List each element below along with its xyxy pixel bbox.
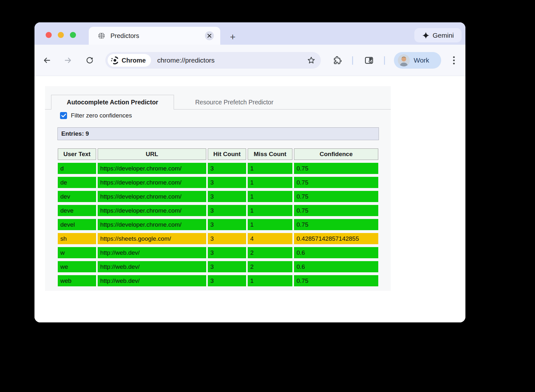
table-cell-miss-count: 1: [248, 219, 292, 230]
table-cell-confidence: 0.75: [294, 275, 378, 286]
table-cell-confidence: 0.6: [294, 247, 378, 258]
entries-count-bar: Entries: 9: [57, 127, 379, 140]
predictors-table: User Text URL Hit Count Miss Count Confi…: [56, 146, 380, 289]
header-miss-count: Miss Count: [248, 148, 292, 160]
sparkle-icon: [422, 32, 430, 39]
table-cell-miss-count: 4: [248, 233, 292, 244]
table-cell-hit-count: 3: [208, 163, 246, 174]
table-cell-miss-count: 1: [248, 191, 292, 202]
address-bar[interactable]: Chrome chrome://predictors: [105, 52, 321, 69]
table-cell-miss-count: 1: [248, 275, 292, 286]
table-cell-confidence: 0.75: [294, 219, 378, 230]
table-cell-miss-count: 1: [248, 163, 292, 174]
close-window-button[interactable]: [46, 32, 52, 38]
extensions-icon[interactable]: [331, 54, 343, 67]
table-cell-hit-count: 3: [208, 275, 246, 286]
inactive-tab-label: Resource Prefetch Predictor: [195, 99, 274, 106]
table-cell-confidence: 0.75: [294, 205, 378, 216]
filter-row: Filter zero confidences: [60, 112, 132, 119]
table-cell-user-text: de: [58, 177, 96, 188]
table-cell-url: https://sheets.google.com/: [98, 233, 206, 244]
back-button[interactable]: [41, 54, 53, 67]
table-cell-hit-count: 3: [208, 205, 246, 216]
gemini-button[interactable]: Gemini: [414, 28, 462, 42]
navigation-toolbar: Chrome chrome://predictors: [34, 45, 465, 76]
table-cell-miss-count: 2: [248, 247, 292, 258]
gemini-label: Gemini: [433, 32, 454, 39]
globe-icon: [98, 32, 105, 40]
table-cell-url: https://developer.chrome.com/: [98, 191, 206, 202]
url-text[interactable]: chrome://predictors: [157, 57, 215, 64]
active-tab-label: Autocomplete Action Predictor: [67, 99, 158, 106]
table-row: webhttp://web.dev/310.75: [58, 275, 378, 286]
table-cell-hit-count: 3: [208, 177, 246, 188]
table-cell-user-text: sh: [58, 233, 96, 244]
forward-button[interactable]: [62, 54, 74, 67]
table-cell-confidence: 0.75: [294, 177, 378, 188]
table-row: dhttps://developer.chrome.com/310.75: [58, 163, 378, 174]
table-cell-url: https://developer.chrome.com/: [98, 205, 206, 216]
table-row: devhttps://developer.chrome.com/310.75: [58, 191, 378, 202]
table-cell-user-text: devel: [58, 219, 96, 230]
page-viewport: Autocomplete Action Predictor Resource P…: [34, 76, 465, 322]
search-side-panel-icon[interactable]: [363, 54, 375, 67]
maximize-window-button[interactable]: [70, 32, 76, 38]
filter-zero-confidences-checkbox[interactable]: [60, 112, 67, 119]
browser-tab-predictors[interactable]: Predictors: [89, 27, 220, 45]
desktop-background: Predictors + Gemini: [0, 0, 535, 392]
tab-resource-prefetch-predictor[interactable]: Resource Prefetch Predictor: [182, 95, 287, 109]
table-cell-hit-count: 3: [208, 219, 246, 230]
filter-checkbox-label[interactable]: Filter zero confidences: [71, 112, 132, 119]
new-tab-button[interactable]: +: [226, 30, 239, 44]
table-cell-miss-count: 2: [248, 261, 292, 272]
table-cell-url: http://web.dev/: [98, 261, 206, 272]
minimize-window-button[interactable]: [58, 32, 64, 38]
profile-label: Work: [414, 57, 429, 64]
reload-button[interactable]: [83, 54, 96, 67]
table-cell-hit-count: 3: [208, 191, 246, 202]
close-tab-icon[interactable]: [205, 31, 214, 40]
table-row: dehttps://developer.chrome.com/310.75: [58, 177, 378, 188]
entries-count-label: Entries: 9: [61, 130, 89, 137]
header-confidence: Confidence: [294, 148, 378, 160]
bookmark-star-icon[interactable]: [306, 55, 316, 65]
header-user-text: User Text: [58, 148, 96, 160]
table-cell-confidence: 0.75: [294, 191, 378, 202]
table-row: develhttps://developer.chrome.com/310.75: [58, 219, 378, 230]
table-cell-url: http://web.dev/: [98, 275, 206, 286]
table-cell-miss-count: 1: [248, 205, 292, 216]
table-cell-url: https://developer.chrome.com/: [98, 219, 206, 230]
table-row: devehttps://developer.chrome.com/310.75: [58, 205, 378, 216]
table-cell-user-text: web: [58, 275, 96, 286]
table-cell-confidence: 0.75: [294, 163, 378, 174]
header-hit-count: Hit Count: [208, 148, 246, 160]
table-cell-url: http://web.dev/: [98, 247, 206, 258]
tab-title: Predictors: [110, 32, 139, 40]
avatar: [398, 54, 410, 66]
table-cell-confidence: 0.42857142857142855: [294, 233, 378, 244]
table-row: shhttps://sheets.google.com/340.42857142…: [58, 233, 378, 244]
chrome-site-chip[interactable]: Chrome: [108, 54, 151, 67]
predictors-page: Autocomplete Action Predictor Resource P…: [45, 86, 391, 291]
table-row: wehttp://web.dev/320.6: [58, 261, 378, 272]
table-cell-hit-count: 3: [208, 247, 246, 258]
table-cell-hit-count: 3: [208, 233, 246, 244]
table-header-row: User Text URL Hit Count Miss Count Confi…: [58, 148, 378, 160]
header-url: URL: [98, 148, 206, 160]
toolbar-divider: [384, 56, 385, 65]
table-cell-url: https://developer.chrome.com/: [98, 163, 206, 174]
table-cell-user-text: d: [58, 163, 96, 174]
table-cell-user-text: w: [58, 247, 96, 258]
chrome-logo-icon: [111, 56, 119, 64]
chip-label: Chrome: [122, 57, 146, 64]
table-cell-confidence: 0.6: [294, 261, 378, 272]
browser-window: Predictors + Gemini: [34, 22, 465, 322]
tab-autocomplete-action-predictor[interactable]: Autocomplete Action Predictor: [51, 95, 174, 109]
table-cell-url: https://developer.chrome.com/: [98, 177, 206, 188]
more-menu-icon[interactable]: [448, 54, 460, 67]
tab-strip: Predictors + Gemini: [34, 22, 465, 45]
table-cell-user-text: dev: [58, 191, 96, 202]
toolbar-divider: [352, 56, 353, 65]
table-row: whttp://web.dev/320.6: [58, 247, 378, 258]
profile-button[interactable]: Work: [394, 52, 441, 69]
